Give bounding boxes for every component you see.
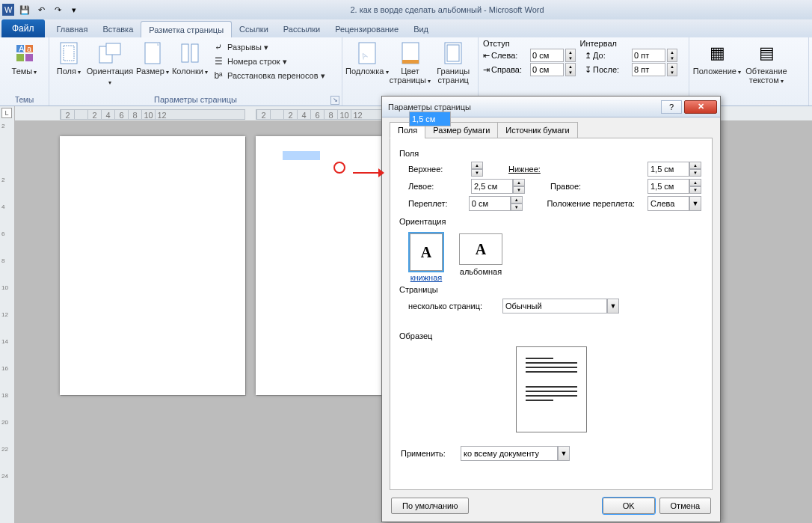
- ribbon-tab-3[interactable]: Ссылки: [232, 21, 276, 37]
- line-numbers-button[interactable]: ☰Номера строк ▾: [212, 55, 325, 67]
- multipage-select[interactable]: ▼: [502, 299, 619, 314]
- preview-section-label: Образец: [399, 331, 700, 340]
- margins-button[interactable]: Поля: [52, 40, 85, 77]
- spacing-before-icon: ↥: [585, 51, 591, 61]
- breaks-button[interactable]: ⤶Разрывы ▾: [212, 41, 325, 53]
- title-bar: W 💾 ↶ ↷ ▾ 2. как в ворде сделать альбомн…: [0, 0, 812, 19]
- margin-top-input[interactable]: ▲▼: [471, 162, 483, 177]
- help-button[interactable]: ?: [661, 100, 682, 114]
- spacing-after-icon: ↧: [585, 65, 591, 75]
- page-1[interactable]: [60, 136, 245, 395]
- size-button[interactable]: Размер: [135, 40, 170, 77]
- text-selection: [283, 151, 320, 160]
- margin-right-input[interactable]: ▲▼: [648, 179, 701, 194]
- orientation-landscape[interactable]: A альбомная: [459, 233, 502, 282]
- defaults-button[interactable]: По умолчанию: [391, 498, 469, 514]
- orientation-portrait[interactable]: A книжная: [410, 233, 443, 282]
- svg-rect-18: [402, 60, 419, 64]
- wrap-text-button[interactable]: ▤Обтекание текстом: [742, 40, 791, 86]
- save-icon[interactable]: 💾: [17, 2, 32, 17]
- spacing-before-input[interactable]: 0 пт: [632, 49, 665, 62]
- vertical-ruler: L 224681012141618202224: [0, 106, 15, 523]
- redo-icon[interactable]: ↷: [50, 2, 65, 17]
- svg-text:а: а: [27, 44, 32, 53]
- group-label-themes: Темы: [0, 94, 49, 105]
- cancel-button[interactable]: Отмена: [659, 498, 711, 514]
- gutter-input[interactable]: ▲▼: [469, 196, 523, 211]
- dialog-tab-2[interactable]: Источник бумаги: [497, 122, 577, 138]
- svg-rect-13: [182, 44, 188, 62]
- pages-section-label: Страницы: [399, 285, 700, 294]
- ribbon-tab-1[interactable]: Вставка: [95, 21, 141, 37]
- svg-rect-11: [106, 43, 120, 55]
- spinner-arrows[interactable]: ▲▼: [565, 63, 576, 76]
- page-setup-launcher[interactable]: ↘: [330, 96, 339, 105]
- ribbon-tab-row: Файл ГлавнаяВставкаРазметка страницыСсыл…: [0, 19, 812, 37]
- ribbon-tab-6[interactable]: Вид: [406, 21, 436, 37]
- gutter-position-select[interactable]: ▼: [648, 196, 701, 211]
- indent-right-icon: ⇥: [483, 65, 490, 75]
- margin-left-input[interactable]: ▲▼: [471, 179, 525, 194]
- page-color-button[interactable]: Цвет страницы: [389, 40, 432, 86]
- columns-button[interactable]: Колонки: [170, 40, 209, 77]
- page-setup-dialog: Параметры страницы ? ✕ ПоляРазмер бумаги…: [381, 96, 721, 522]
- hyphenation-button[interactable]: bªРасстановка переносов ▾: [212, 70, 325, 82]
- orientation-button[interactable]: Ориентация: [85, 40, 135, 88]
- ok-button[interactable]: OK: [603, 498, 655, 514]
- ribbon-tab-0[interactable]: Главная: [49, 21, 96, 37]
- spinner-arrows[interactable]: ▲▼: [667, 49, 677, 62]
- svg-rect-4: [16, 54, 24, 61]
- apply-to-select[interactable]: ▼: [461, 446, 570, 461]
- svg-rect-5: [25, 54, 33, 61]
- quick-access-toolbar: W 💾 ↶ ↷ ▾: [0, 2, 82, 17]
- spinner-arrows[interactable]: ▲▼: [565, 49, 576, 62]
- themes-button[interactable]: Aа Темы: [3, 40, 46, 77]
- tab-selector[interactable]: L: [1, 108, 12, 118]
- ribbon-tab-5[interactable]: Рецензирование: [327, 21, 406, 37]
- spacing-heading: Интервал: [580, 39, 617, 48]
- page-borders-button[interactable]: Границы страниц: [431, 40, 475, 85]
- file-tab[interactable]: Файл: [1, 19, 45, 37]
- watermark-button[interactable]: AПодложка: [345, 40, 389, 77]
- indent-right-input[interactable]: 0 см: [530, 63, 564, 76]
- page-preview: [516, 346, 587, 432]
- dialog-title: Параметры страницы: [382, 103, 661, 111]
- spinner-arrows[interactable]: ▲▼: [667, 63, 677, 76]
- svg-rect-14: [191, 44, 198, 62]
- undo-icon[interactable]: ↶: [34, 2, 49, 17]
- word-app-icon[interactable]: W: [1, 2, 16, 17]
- indent-left-icon: ⇤: [483, 51, 490, 61]
- qa-customize-icon[interactable]: ▾: [67, 2, 81, 17]
- spacing-after-input[interactable]: 8 пт: [632, 63, 665, 76]
- svg-rect-12: [145, 43, 160, 64]
- annotation-circle: [333, 162, 345, 174]
- svg-text:A: A: [19, 44, 25, 53]
- group-label-page-setup: Параметры страницы↘: [49, 94, 342, 105]
- indent-heading: Отступ: [483, 39, 510, 48]
- svg-text:W: W: [4, 5, 13, 14]
- window-title: 2. как в ворде сделать альбомный - Micro…: [82, 5, 812, 14]
- indent-left-input[interactable]: 0 см: [530, 49, 564, 62]
- close-button[interactable]: ✕: [684, 100, 717, 114]
- position-button[interactable]: ▦Положение: [692, 40, 742, 77]
- margin-bottom-input[interactable]: ▲▼: [648, 162, 701, 177]
- ribbon-tab-4[interactable]: Рассылки: [276, 21, 327, 37]
- orientation-section-label: Ориентация: [399, 217, 700, 226]
- ribbon-tab-2[interactable]: Разметка страницы: [141, 21, 232, 37]
- margins-section-label: Поля: [399, 149, 700, 158]
